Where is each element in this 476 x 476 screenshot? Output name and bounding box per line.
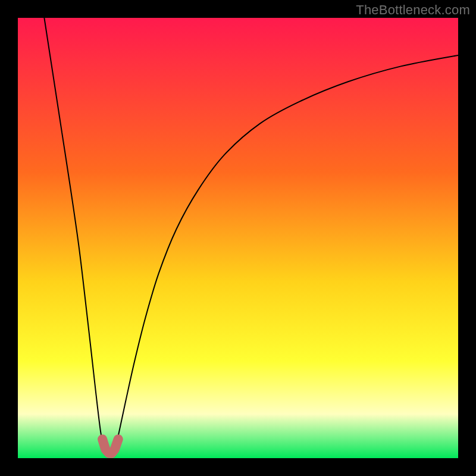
- curve-left-branch: [44, 18, 104, 452]
- outer-frame: TheBottleneck.com: [0, 0, 476, 476]
- curve-layer: [18, 18, 458, 458]
- curve-right-branch: [114, 55, 458, 452]
- cusp-marker: [102, 439, 118, 453]
- plot-area: [18, 18, 458, 458]
- watermark-text: TheBottleneck.com: [356, 2, 470, 18]
